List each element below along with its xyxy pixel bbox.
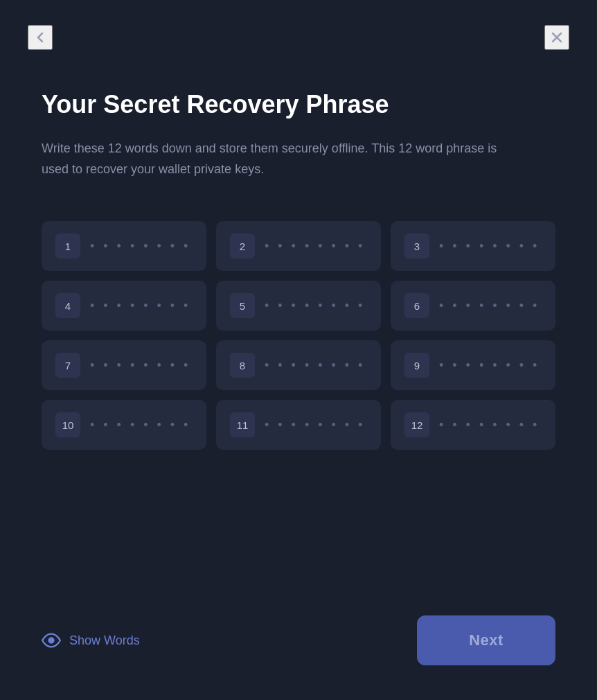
word-number: 3 <box>404 234 429 259</box>
word-cell: 6• • • • • • • • <box>391 281 555 331</box>
back-button[interactable] <box>28 25 53 50</box>
word-dots: • • • • • • • • <box>265 418 365 432</box>
word-dots: • • • • • • • • <box>265 239 365 254</box>
word-number: 7 <box>55 353 80 378</box>
word-number: 11 <box>230 412 255 437</box>
word-cell: 5• • • • • • • • <box>216 281 381 331</box>
footer-bar: Show Words Next <box>42 615 555 665</box>
word-cell: 7• • • • • • • • <box>42 340 206 390</box>
close-button[interactable] <box>544 25 569 50</box>
word-number: 5 <box>230 293 255 318</box>
word-dots: • • • • • • • • <box>90 418 190 432</box>
word-cell: 8• • • • • • • • <box>216 340 381 390</box>
word-number: 1 <box>55 234 80 259</box>
word-cell: 4• • • • • • • • <box>42 281 206 331</box>
words-grid: 1• • • • • • • •2• • • • • • • •3• • • •… <box>42 221 555 450</box>
word-cell: 1• • • • • • • • <box>42 221 206 271</box>
word-dots: • • • • • • • • <box>265 299 365 313</box>
word-number: 12 <box>404 412 429 437</box>
word-cell: 2• • • • • • • • <box>216 221 381 271</box>
word-dots: • • • • • • • • <box>439 358 540 373</box>
eye-icon <box>42 631 61 650</box>
word-dots: • • • • • • • • <box>90 358 190 373</box>
word-cell: 11• • • • • • • • <box>216 400 381 450</box>
word-number: 4 <box>55 293 80 318</box>
word-cell: 9• • • • • • • • <box>391 340 555 390</box>
show-words-button[interactable]: Show Words <box>42 631 140 650</box>
word-number: 2 <box>230 234 255 259</box>
page-title: Your Secret Recovery Phrase <box>42 90 555 119</box>
word-dots: • • • • • • • • <box>439 239 540 254</box>
word-number: 8 <box>230 353 255 378</box>
word-number: 9 <box>404 353 429 378</box>
word-number: 10 <box>55 412 80 437</box>
main-container: Your Secret Recovery Phrase Write these … <box>0 0 597 700</box>
show-words-label: Show Words <box>69 633 140 648</box>
word-cell: 3• • • • • • • • <box>391 221 555 271</box>
word-cell: 10• • • • • • • • <box>42 400 206 450</box>
word-dots: • • • • • • • • <box>439 299 540 313</box>
next-button[interactable]: Next <box>417 615 555 665</box>
word-dots: • • • • • • • • <box>90 239 190 254</box>
word-dots: • • • • • • • • <box>265 358 365 373</box>
word-dots: • • • • • • • • <box>439 418 540 432</box>
word-cell: 12• • • • • • • • <box>391 400 555 450</box>
word-number: 6 <box>404 293 429 318</box>
word-dots: • • • • • • • • <box>90 299 190 313</box>
svg-point-2 <box>49 638 54 643</box>
page-description: Write these 12 words down and store them… <box>42 139 513 180</box>
